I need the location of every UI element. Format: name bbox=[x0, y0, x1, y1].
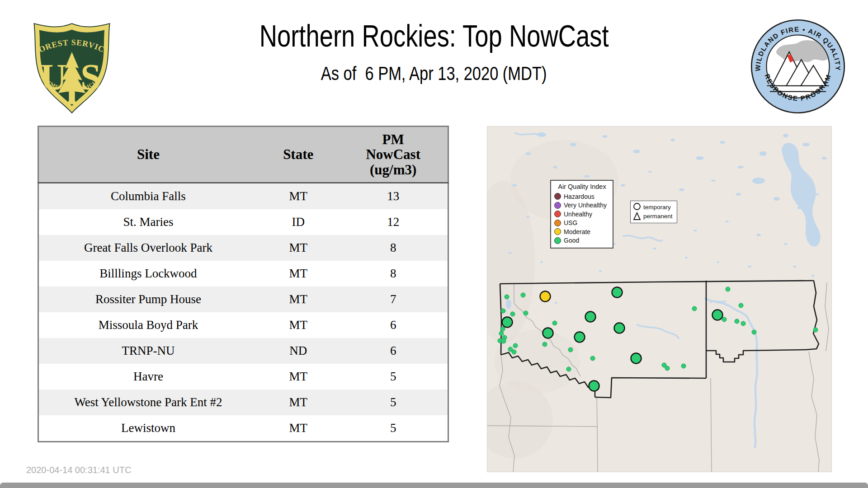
monitor-dot-small bbox=[813, 328, 818, 332]
aqi-legend-label: Good bbox=[564, 237, 579, 244]
permanent-marker-icon bbox=[634, 213, 640, 220]
table-body: Columbia FallsMT13St. MariesID12Great Fa… bbox=[38, 183, 448, 442]
aqi-legend-label: USG bbox=[564, 219, 577, 226]
monitor-dot-large bbox=[612, 287, 623, 298]
monitor-dot-large bbox=[540, 291, 551, 302]
monitor-dot-small bbox=[552, 321, 557, 325]
monitor-dot-small bbox=[524, 311, 528, 315]
table-row: TRNP-NUND6 bbox=[38, 338, 448, 364]
aqi-legend-items: HazardousVery UnhealthyUnhealthyUSGModer… bbox=[554, 192, 610, 245]
monitor-dot-small bbox=[665, 366, 670, 371]
aqi-color-swatch bbox=[554, 202, 561, 209]
monitor-dot-small bbox=[692, 306, 697, 311]
usfs-logo: FOREST SERVICE U S DEPARTMENT OF AGRICUL… bbox=[29, 20, 115, 117]
aqi-color-swatch bbox=[554, 228, 561, 235]
monitor-dot-large bbox=[589, 381, 599, 391]
aqi-legend-item: USG bbox=[554, 219, 610, 228]
wfaqrp-logo: WILDLAND FIRE • AIR QUALITY RESPONSE PRO… bbox=[750, 18, 846, 115]
aqi-legend-label: Very Unhealthy bbox=[564, 202, 607, 209]
table-row: Rossiter Pump HouseMT7 bbox=[38, 286, 448, 312]
col-header-pm-nowcast: PM NowCast (ug/m3) bbox=[339, 127, 448, 183]
aqi-legend-item: Unhealthy bbox=[554, 210, 610, 219]
table-row: Billlings LockwoodMT8 bbox=[38, 261, 448, 286]
air-quality-map: Air Quality Index HazardousVery Unhealth… bbox=[487, 126, 832, 472]
map-canvas bbox=[487, 127, 831, 472]
monitor-dot-small bbox=[568, 347, 573, 352]
nowcast-table: Site State PM NowCast (ug/m3) Columbia F… bbox=[38, 126, 449, 442]
monitor-dot-small bbox=[752, 330, 756, 334]
monitor-dot-small bbox=[521, 293, 525, 297]
monitor-dot-small bbox=[722, 317, 726, 322]
aqi-legend: Air Quality Index HazardousVery Unhealth… bbox=[550, 180, 613, 249]
slide: FOREST SERVICE U S DEPARTMENT OF AGRICUL… bbox=[0, 0, 868, 488]
temporary-label: temporary bbox=[643, 203, 673, 212]
aqi-color-swatch bbox=[554, 211, 561, 217]
monitor-dot-large bbox=[543, 328, 553, 338]
aqi-legend-title: Air Quality Index bbox=[554, 183, 610, 190]
temporary-marker-icon bbox=[634, 203, 640, 210]
monitor-dot-small bbox=[500, 327, 505, 331]
aqi-legend-item: Very Unhealthy bbox=[554, 201, 610, 210]
aqi-legend-label: Unhealthy bbox=[564, 211, 592, 218]
monitor-dot-large bbox=[712, 310, 723, 320]
table-header-row: Site State PM NowCast (ug/m3) bbox=[38, 127, 448, 183]
aqi-legend-item: Hazardous bbox=[554, 192, 610, 201]
monitor-dot-small bbox=[510, 312, 515, 316]
table-row: Great Falls Overlook ParkMT8 bbox=[38, 235, 448, 261]
monitor-dot-large bbox=[585, 312, 596, 322]
monitor-dot-small bbox=[501, 339, 506, 343]
monitor-dot-small bbox=[681, 364, 686, 368]
monitor-dot-large bbox=[631, 353, 642, 364]
page-title: Northern Rockies: Top NowCast bbox=[259, 19, 609, 53]
table-row: LewistownMT5 bbox=[38, 415, 448, 442]
header: Northern Rockies: Top NowCast As of 6 PM… bbox=[136, 19, 732, 84]
aqi-legend-item: Good bbox=[554, 236, 610, 245]
monitor-dot-small bbox=[501, 309, 505, 313]
monitor-dot-small bbox=[739, 303, 743, 308]
monitor-dot-small bbox=[505, 295, 509, 299]
monitor-dot-small bbox=[542, 342, 547, 347]
monitor-dot-large bbox=[502, 317, 513, 328]
monitor-dot-small bbox=[590, 356, 595, 361]
aqi-legend-label: Moderate bbox=[564, 228, 590, 235]
monitor-dot-small bbox=[513, 343, 518, 348]
generation-timestamp: 2020-04-14 00:31:41 UTC bbox=[26, 465, 131, 475]
monitor-dot-small bbox=[499, 331, 504, 336]
page-subtitle: As of 6 PM, Apr 13, 2020 (MDT) bbox=[321, 63, 547, 84]
monitor-dot-large bbox=[614, 323, 625, 333]
table-row: HavreMT5 bbox=[38, 364, 448, 389]
aqi-color-swatch bbox=[554, 220, 561, 226]
marker-type-legend: temporary permanent bbox=[630, 201, 677, 223]
table-row: Columbia FallsMT13 bbox=[38, 183, 448, 210]
terrain-shade bbox=[487, 382, 553, 459]
monitor-dot-small bbox=[735, 319, 739, 324]
monitor-dot-small bbox=[741, 321, 745, 326]
bottom-bar bbox=[0, 483, 868, 488]
aqi-color-swatch bbox=[554, 237, 561, 244]
marker-type-symbols bbox=[632, 202, 642, 221]
table-row: St. MariesID12 bbox=[38, 209, 448, 235]
monitor-dot-large bbox=[575, 332, 585, 343]
aqi-color-swatch bbox=[554, 193, 561, 200]
table-row: West Yellowstone Park Ent #2MT5 bbox=[38, 389, 448, 415]
permanent-label: permanent bbox=[643, 212, 673, 221]
monitor-dot-small bbox=[726, 287, 730, 291]
monitor-dot-small bbox=[512, 350, 516, 354]
col-header-site: Site bbox=[38, 127, 258, 183]
table-row: Missoula Boyd ParkMT6 bbox=[38, 312, 448, 338]
aqi-legend-item: Moderate bbox=[554, 227, 610, 236]
aqi-legend-label: Hazardous bbox=[564, 193, 594, 200]
col-header-state: State bbox=[258, 127, 339, 183]
monitor-dot-small bbox=[566, 367, 571, 371]
